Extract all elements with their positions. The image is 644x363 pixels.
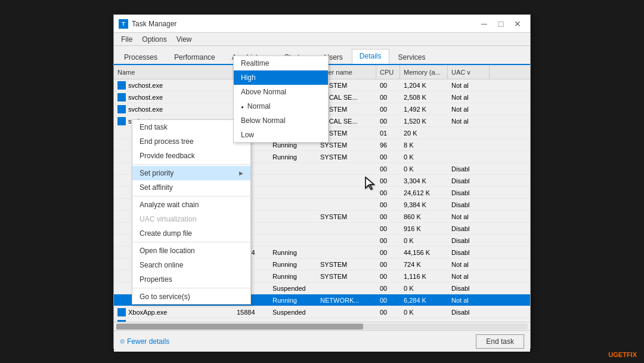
- table-row[interactable]: YourPhone.exe10648Suspended000 KDisabl: [114, 318, 530, 322]
- cell-pid: 15884: [233, 309, 269, 316]
- table-row[interactable]: XboxApp.exe15884Suspended000 KDisabl: [114, 306, 530, 318]
- process-name: svchost.exe: [128, 82, 163, 89]
- cell-uac: Disabl: [448, 177, 490, 184]
- process-icon: [117, 117, 126, 125]
- cell-memory: 2,508 K: [400, 94, 448, 101]
- task-manager-window: T Task Manager ─ □ ✕ File Options View P…: [113, 14, 531, 349]
- process-icon: [117, 308, 126, 316]
- menu-file[interactable]: File: [116, 34, 137, 45]
- process-icon: [117, 81, 126, 90]
- cell-cpu: 00: [376, 189, 400, 196]
- cell-memory: 0 K: [400, 309, 448, 316]
- cell-uac: Not al: [448, 94, 490, 101]
- footer: ⊙ Fewer details End task: [114, 330, 530, 352]
- tab-performance[interactable]: Performance: [166, 50, 223, 64]
- ctx-item-open-file-location[interactable]: Open file location: [132, 244, 250, 258]
- tab-services[interactable]: Services: [391, 50, 434, 64]
- cell-memory: 724 K: [400, 261, 448, 268]
- cell-status: Running: [269, 261, 317, 268]
- cell-uac: Disabl: [448, 249, 490, 256]
- cell-memory: 8 K: [400, 141, 448, 149]
- window-title: Task Manager: [132, 20, 476, 28]
- priority-option-low[interactable]: Low: [234, 128, 328, 142]
- cell-uac: Not al: [448, 213, 490, 220]
- ctx-item-set-priority[interactable]: Set priority: [132, 166, 250, 180]
- cell-cpu: 00: [376, 201, 400, 208]
- process-name: XboxApp.exe: [128, 309, 167, 316]
- cell-uac: Not al: [448, 82, 490, 89]
- cell-cpu: 00: [376, 285, 400, 292]
- cell-status: Running: [269, 153, 317, 161]
- cell-status: Suspended: [269, 321, 317, 322]
- cell-cpu: 00: [376, 321, 400, 322]
- horizontal-scrollbar[interactable]: [114, 322, 530, 330]
- menu-options[interactable]: Options: [137, 34, 171, 45]
- cell-cpu: 00: [376, 165, 400, 173]
- ctx-item-search-online[interactable]: Search online: [132, 258, 250, 272]
- priority-option-above-normal[interactable]: Above Normal: [234, 85, 328, 99]
- cell-cpu: 00: [376, 225, 400, 232]
- col-header-cpu[interactable]: CPU: [376, 65, 400, 79]
- ctx-item-set-affinity[interactable]: Set affinity: [132, 180, 250, 195]
- cell-uac: Disabl: [448, 165, 490, 173]
- process-icon: [117, 105, 126, 113]
- ctx-item-create-dump-file[interactable]: Create dump file: [132, 226, 250, 241]
- cell-uac: Not al: [448, 297, 490, 304]
- cell-memory: 1,204 K: [400, 82, 448, 89]
- cell-memory: 6,284 K: [400, 297, 448, 304]
- cell-status: Running: [269, 273, 317, 280]
- col-header-memory[interactable]: Memory (a...: [400, 65, 448, 79]
- cell-uac: Not al: [448, 106, 490, 113]
- menu-separator: [132, 242, 250, 242]
- priority-option-below-normal[interactable]: Below Normal: [234, 113, 328, 128]
- tab-processes[interactable]: Processes: [116, 50, 165, 64]
- cell-username: SYSTEM: [317, 261, 376, 268]
- cell-uac: Not al: [448, 118, 490, 125]
- cell-status: Running: [269, 297, 317, 304]
- cell-uac: Disabl: [448, 309, 490, 316]
- cell-uac: Disabl: [448, 201, 490, 208]
- process-name: YourPhone.exe: [128, 321, 173, 322]
- scroll-track[interactable]: [116, 324, 528, 330]
- process-icon: [117, 320, 126, 322]
- cell-cpu: 00: [376, 177, 400, 184]
- minimize-button[interactable]: ─: [476, 17, 492, 30]
- cell-uac: Not al: [448, 273, 490, 280]
- cell-cpu: 00: [376, 82, 400, 89]
- cell-memory: 1,492 K: [400, 106, 448, 113]
- col-header-uac[interactable]: UAC v: [448, 65, 490, 79]
- title-buttons: ─ □ ✕: [476, 17, 525, 30]
- cell-memory: 3,304 K: [400, 177, 448, 184]
- cell-uac: Disabl: [448, 189, 490, 196]
- ctx-item-go-to-service(s)[interactable]: Go to service(s): [132, 290, 250, 304]
- cell-cpu: 00: [376, 106, 400, 113]
- cell-cpu: 00: [376, 237, 400, 244]
- title-bar: T Task Manager ─ □ ✕: [114, 15, 530, 33]
- tab-details[interactable]: Details: [352, 49, 389, 64]
- cell-memory: 24,612 K: [400, 189, 448, 196]
- scroll-thumb[interactable]: [116, 324, 363, 330]
- cell-pid: 10648: [233, 321, 269, 322]
- priority-option-normal[interactable]: ●Normal: [234, 99, 328, 113]
- cell-uac: Not al: [448, 261, 490, 268]
- close-button[interactable]: ✕: [510, 17, 525, 30]
- priority-option-high[interactable]: High: [234, 70, 328, 85]
- fewer-details-button[interactable]: ⊙ Fewer details: [120, 337, 169, 346]
- end-task-button[interactable]: End task: [476, 334, 524, 349]
- cell-memory: 0 K: [400, 321, 448, 322]
- maximize-button[interactable]: □: [493, 17, 509, 30]
- ctx-item-properties[interactable]: Properties: [132, 272, 250, 287]
- cell-uac: Disabl: [448, 285, 490, 292]
- cell-uac: Disabl: [448, 321, 490, 322]
- menu-view[interactable]: View: [172, 34, 197, 45]
- ctx-item-provide-feedback[interactable]: Provide feedback: [132, 149, 250, 163]
- cell-memory: 0 K: [400, 285, 448, 292]
- menu-bar: File Options View: [114, 33, 530, 46]
- col-header-name[interactable]: Name: [114, 65, 233, 79]
- cell-cpu: 00: [376, 213, 400, 220]
- priority-option-realtime[interactable]: Realtime: [234, 56, 328, 70]
- cell-memory: 1,520 K: [400, 118, 448, 125]
- ctx-item-analyze-wait-chain[interactable]: Analyze wait chain: [132, 198, 250, 212]
- process-name: svchost.exe: [128, 106, 163, 113]
- cell-cpu: 00: [376, 273, 400, 280]
